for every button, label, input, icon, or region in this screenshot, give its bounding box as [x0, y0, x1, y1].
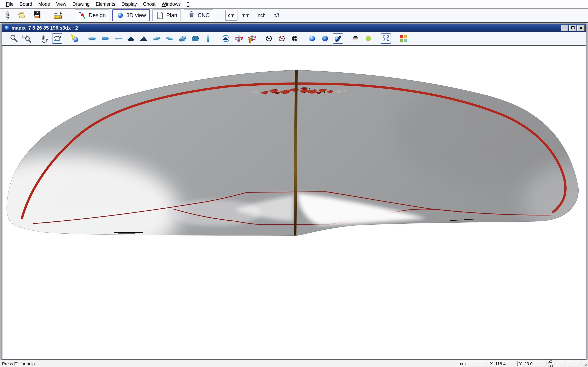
minimize-icon: [563, 26, 567, 30]
status-help-text: Press F1 for help: [2, 361, 457, 366]
cnc-mode-button[interactable]: CNC: [184, 9, 213, 21]
plan-document-icon: [156, 11, 164, 19]
mdi-workspace: manix 7 6 26 85 190.s3dx : 2: [0, 24, 588, 360]
view-bottom-icon[interactable]: [87, 33, 97, 44]
curvature-sphere-icon[interactable]: [363, 33, 373, 44]
maximize-button[interactable]: [569, 25, 577, 31]
rotate-board-up-icon[interactable]: [246, 33, 256, 44]
status-cells: cm X: 118.4 Y: 23.0 Z: 0.0: [457, 361, 579, 366]
status-cell: Z: 0.0: [546, 361, 555, 366]
status-bar: Press F1 for help cm X: 118.4 Y: 23.0 Z:…: [0, 360, 588, 367]
colors-icon[interactable]: [398, 33, 408, 44]
menu-display[interactable]: Display: [118, 1, 140, 7]
wireframe-red-sphere-icon[interactable]: [277, 33, 287, 44]
resize-grip[interactable]: [581, 361, 588, 367]
menu-drawing[interactable]: Drawing: [69, 1, 93, 7]
menu-windows[interactable]: Windows: [158, 1, 183, 7]
smooth-sphere-icon[interactable]: [320, 33, 330, 44]
save-floppy-icon: [32, 10, 42, 20]
view-toolbar: [2, 32, 586, 45]
view-3d-mode-button[interactable]: 3D view: [112, 9, 150, 21]
zoom-window-icon[interactable]: [22, 33, 32, 44]
view-profile-icon[interactable]: [113, 33, 123, 44]
symmetry-icon[interactable]: [381, 33, 391, 44]
ruler-icon: [52, 10, 64, 20]
viewport-3d[interactable]: [2, 45, 586, 359]
menu-label: Board: [20, 1, 32, 7]
unit-mm[interactable]: mm: [239, 10, 252, 21]
close-icon: [579, 26, 583, 30]
unit-cm[interactable]: cm: [225, 10, 237, 21]
menu-accelerator: W: [162, 1, 166, 7]
view-perspective-3-icon[interactable]: [177, 33, 187, 44]
menu-file[interactable]: File: [3, 1, 17, 7]
zoom-icon[interactable]: [9, 33, 19, 44]
view-nose-icon[interactable]: [126, 33, 136, 44]
menu-accelerator: ?: [187, 1, 190, 7]
new-board-button[interactable]: [2, 9, 13, 21]
menu-bar: File Board Mode View Drawing Elements Di…: [0, 0, 588, 8]
rotate-view-icon[interactable]: [221, 33, 231, 44]
menu-label: Drawing: [72, 1, 89, 7]
status-cell: [576, 361, 579, 366]
rotate-board-icon[interactable]: [233, 33, 243, 44]
sphere-3d-icon: [116, 11, 124, 19]
menu-help[interactable]: ?: [184, 1, 192, 7]
document-window: manix 7 6 26 85 190.s3dx : 2: [2, 24, 586, 360]
status-cell: Y: 23.0: [517, 361, 545, 366]
status-cell: X: 118.4: [488, 361, 516, 366]
menu-ghost[interactable]: Ghost: [140, 1, 158, 7]
view-tail-icon[interactable]: [139, 33, 149, 44]
board-3d-render: [2, 46, 586, 359]
design-mode-button[interactable]: Design: [75, 9, 109, 21]
menu-mode[interactable]: Mode: [35, 1, 53, 7]
menu-label: Ghost: [143, 1, 155, 7]
surfboard: [2, 70, 586, 269]
light-icon[interactable]: [70, 33, 80, 44]
status-cell: [566, 361, 574, 366]
pan-hand-icon[interactable]: [39, 33, 49, 44]
plan-mode-button[interactable]: Plan: [152, 9, 181, 21]
document-sphere-icon: [4, 25, 10, 31]
unit-selector: cm mm inch in/f: [225, 10, 282, 21]
open-button[interactable]: [16, 9, 27, 21]
maximize-icon: [571, 26, 575, 30]
save-button[interactable]: [32, 9, 43, 21]
main-toolbar: Design 3D view Plan CNC cm mm inch in/f: [0, 8, 588, 23]
close-button[interactable]: [577, 25, 585, 31]
menu-label: View: [56, 1, 66, 7]
status-cell: [556, 361, 565, 366]
zebra-sphere-icon[interactable]: [350, 33, 361, 44]
menu-view[interactable]: View: [53, 1, 69, 7]
menu-label: ile: [9, 1, 13, 7]
mesh-sphere-icon[interactable]: [290, 33, 300, 44]
view-deck-icon[interactable]: [100, 33, 110, 44]
view-perspective-4-icon[interactable]: [190, 33, 200, 44]
view-front-icon[interactable]: [203, 33, 213, 44]
view-perspective-2-icon[interactable]: [164, 33, 174, 44]
menu-elements[interactable]: Elements: [93, 1, 118, 7]
dimensions-button[interactable]: [51, 9, 65, 21]
cnc-bit-icon: [187, 11, 196, 19]
design-nodes-icon: [78, 11, 86, 19]
status-cell: cm: [458, 361, 487, 366]
view-3d-mode-label: 3D view: [126, 12, 146, 18]
view-perspective-1-icon[interactable]: [151, 33, 162, 44]
shaded-sphere-icon[interactable]: [307, 33, 317, 44]
plan-mode-label: Plan: [166, 12, 177, 18]
unit-inf[interactable]: in/f: [270, 10, 282, 21]
rotate-3d-icon[interactable]: [52, 33, 62, 44]
minimize-button[interactable]: [561, 25, 568, 31]
new-board-icon: [3, 10, 13, 20]
document-titlebar[interactable]: manix 7 6 26 85 190.s3dx : 2: [2, 24, 586, 32]
menu-label: Display: [121, 1, 137, 7]
menu-label: indows: [166, 1, 181, 7]
open-folder-icon: [17, 10, 26, 20]
design-mode-label: Design: [89, 12, 106, 18]
wireframe-sphere-icon[interactable]: [264, 33, 274, 44]
unit-inch[interactable]: inch: [254, 10, 268, 21]
menu-accelerator: F: [6, 1, 9, 7]
paint-sphere-icon[interactable]: [333, 33, 343, 44]
menu-board[interactable]: Board: [17, 1, 35, 7]
menu-label: Mode: [38, 1, 50, 7]
